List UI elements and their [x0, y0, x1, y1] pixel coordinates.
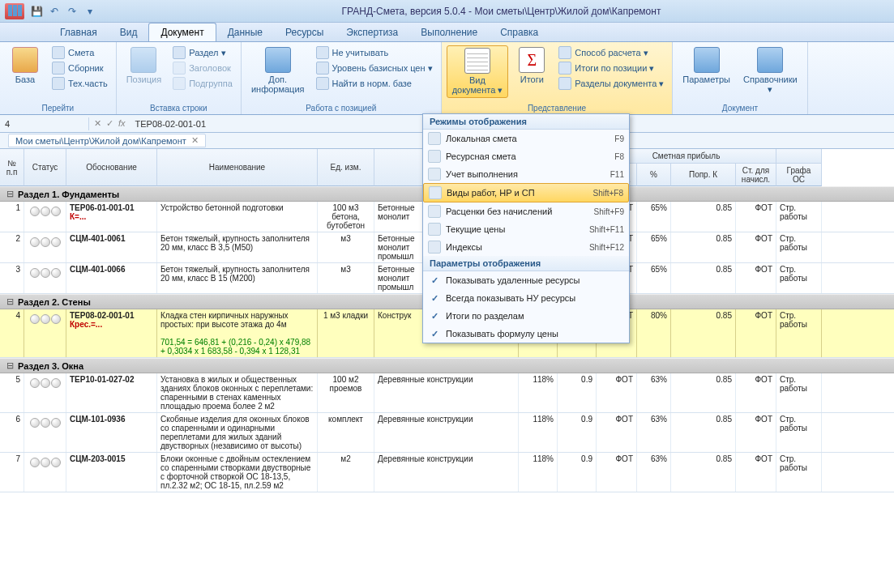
dropdown-check-item[interactable]: ✓ Показывать формулу цены: [423, 325, 629, 343]
cell-popr: 0.85: [671, 202, 736, 232]
collapse-icon[interactable]: ⊟: [5, 360, 15, 371]
document-tab[interactable]: Мои сметы\Центр\Жилой дом\Капремонт ✕: [8, 134, 206, 147]
collapse-icon[interactable]: ⊟: [5, 189, 15, 199]
dop-info-button[interactable]: Доп. информация: [246, 45, 310, 96]
dropdown-item[interactable]: Расценки без начислений Shift+F9: [423, 202, 629, 220]
table-row[interactable]: 5 ТЕР10-01-027-02 Установка в жилых и об…: [0, 373, 894, 413]
col-ed[interactable]: Ед. изм.: [318, 149, 374, 186]
collapse-icon[interactable]: ⊟: [5, 296, 15, 307]
col-pp[interactable]: № п.п: [0, 149, 24, 186]
save-icon[interactable]: 💾: [29, 4, 44, 19]
zagolovok-button[interactable]: Заголовок: [169, 61, 236, 75]
col-status[interactable]: Статус: [24, 149, 66, 186]
cell-status: [24, 453, 66, 492]
status-circle-icon: [51, 378, 61, 388]
close-tab-icon[interactable]: ✕: [191, 135, 199, 146]
base-button[interactable]: База: [5, 45, 45, 86]
status-circle-icon: [41, 207, 50, 216]
status-circle-icon: [41, 458, 50, 467]
menu-label: Виды работ, НР и СП: [447, 188, 535, 198]
doc-view-button[interactable]: Вид документа ▾: [447, 45, 509, 98]
itogi-pos-button[interactable]: Итоги по позиции ▾: [555, 61, 667, 75]
ribbon: База Смета Сборник Тех.часть Перейти Поз…: [0, 42, 894, 115]
sbornik-button[interactable]: Сборник: [49, 61, 111, 75]
dropdown-item[interactable]: Виды работ, НР и СП Shift+F8: [423, 183, 629, 202]
col-popr[interactable]: Попр. К: [671, 164, 736, 186]
col-obosn[interactable]: Обоснование: [66, 149, 157, 186]
undo-icon[interactable]: ↶: [47, 4, 62, 19]
cell-n2: 0.9: [558, 373, 597, 412]
position-button[interactable]: Позиция: [122, 45, 167, 86]
section-row[interactable]: ⊟Раздел 3. Окна: [0, 358, 894, 373]
qat-more-icon[interactable]: ▾: [83, 4, 97, 19]
cell-pp: 1: [0, 202, 24, 232]
group-label: Документ: [678, 102, 802, 113]
col-pct[interactable]: %: [637, 164, 671, 186]
cell-popr: 0.85: [671, 373, 736, 412]
status-circle-icon: [30, 378, 40, 388]
tab-expertise[interactable]: Экспертиза: [335, 23, 409, 41]
status-circle-icon: [51, 418, 61, 428]
status-circle-icon: [51, 458, 61, 467]
handbooks-button[interactable]: Справочники ▾: [738, 45, 802, 96]
menu-shortcut: Shift+F12: [589, 243, 624, 252]
cell-st2: ФОТ: [736, 263, 776, 293]
menu-label: Локальная смета: [446, 134, 517, 143]
cell-popr: 0.85: [671, 232, 736, 262]
tab-view[interactable]: Вид: [109, 23, 149, 41]
dropdown-item[interactable]: Ресурсная смета F8: [423, 147, 629, 165]
table-row[interactable]: 6 СЦМ-101-0936 Скобяные изделия для окон…: [0, 413, 894, 453]
find-button[interactable]: Найти в норм. базе: [313, 76, 436, 91]
no-count-button[interactable]: Не учитывать: [313, 45, 436, 60]
col-naim[interactable]: Наименование: [157, 149, 318, 186]
tech-button[interactable]: Тех.часть: [49, 76, 111, 91]
menu-label: Учет выполнения: [446, 169, 518, 179]
status-circle-icon: [30, 418, 40, 428]
cell-pct: 65%: [637, 263, 671, 293]
cell-reference[interactable]: 4: [0, 117, 89, 130]
razdel-button[interactable]: Раздел ▾: [169, 45, 236, 60]
itogi-button[interactable]: ΣИтоги: [511, 45, 552, 86]
tab-document[interactable]: Документ: [148, 23, 216, 41]
smeta-icon: [52, 46, 65, 59]
accept-icon[interactable]: ✓: [106, 118, 113, 129]
menu-shortcut: Shift+F11: [589, 225, 624, 234]
podgruppa-button[interactable]: Подгруппа: [169, 76, 236, 91]
tab-execution[interactable]: Выполнение: [409, 23, 489, 41]
status-circle-icon: [51, 207, 61, 216]
dropdown-check-item[interactable]: ✓ Показывать удаленные ресурсы: [423, 271, 629, 289]
tab-help[interactable]: Справка: [489, 23, 550, 41]
dropdown-item[interactable]: Индексы Shift+F12: [423, 238, 629, 256]
fx-icon[interactable]: fx: [118, 118, 126, 129]
redo-icon[interactable]: ↷: [65, 4, 79, 19]
dropdown-check-item[interactable]: ✓ Итоги по разделам: [423, 307, 629, 325]
col-graf[interactable]: Графа ОС: [776, 164, 822, 186]
tab-resources[interactable]: Ресурсы: [274, 23, 335, 41]
formula-value[interactable]: ТЕР08-02-001-01: [130, 117, 211, 130]
smeta-button[interactable]: Смета: [49, 45, 111, 60]
sbornik-icon: [52, 62, 65, 75]
dropdown-item[interactable]: Локальная смета F9: [423, 130, 629, 147]
cell-name: Скобяные изделия для оконных блоков со с…: [157, 413, 318, 452]
col-st2[interactable]: Ст. для начисл.: [736, 164, 776, 186]
doc-sections-button[interactable]: Разделы документа ▾: [555, 76, 667, 91]
calc-method-button[interactable]: Способ расчета ▾: [555, 45, 667, 60]
params-button[interactable]: Параметры: [678, 45, 735, 86]
dropdown-item[interactable]: Учет выполнения F11: [423, 165, 629, 183]
ribbon-group-doc: Параметры Справочники ▾ Документ: [673, 42, 807, 114]
status-circle-icon: [41, 268, 50, 278]
tab-main[interactable]: Главная: [49, 23, 109, 41]
tab-data[interactable]: Данные: [216, 23, 274, 41]
menu-label: Показывать формулу цены: [446, 329, 558, 339]
cell-pp: 3: [0, 263, 24, 293]
cell-st2: ФОТ: [736, 309, 776, 357]
table-row[interactable]: 7 СЦМ-203-0015 Блоки оконные с двойным о…: [0, 453, 894, 492]
dropdown-check-item[interactable]: ✓ Всегда показывать НУ ресурсы: [423, 289, 629, 307]
cancel-icon[interactable]: ✕: [94, 118, 101, 129]
level-button[interactable]: Уровень базисных цен ▾: [313, 61, 436, 75]
cell-st: ФОТ: [597, 413, 637, 452]
app-logo-icon: [5, 3, 24, 19]
quick-access-toolbar: 💾 ↶ ↷ ▾: [29, 4, 97, 19]
dropdown-header: Параметры отображения: [423, 256, 629, 271]
dropdown-item[interactable]: Текущие цены Shift+F11: [423, 220, 629, 238]
